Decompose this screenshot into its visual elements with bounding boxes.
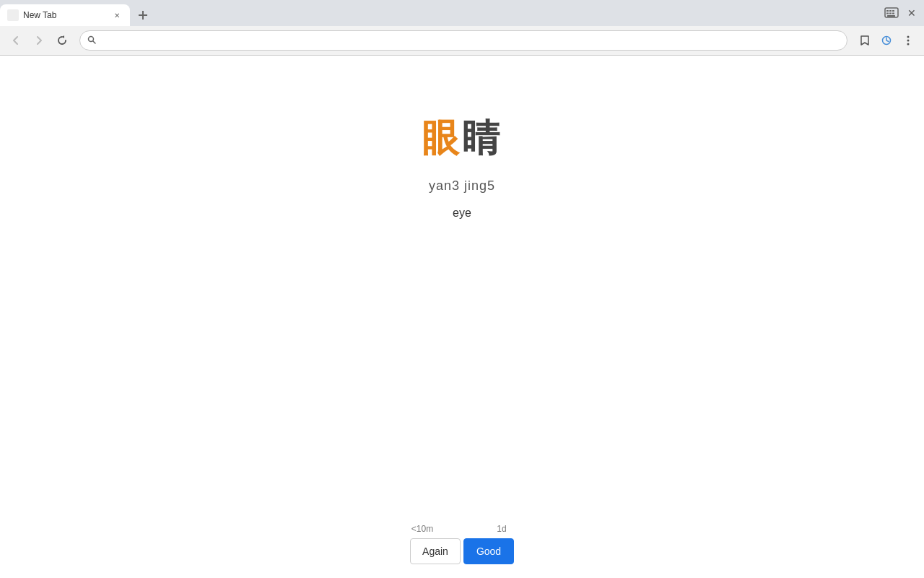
answer-buttons: Again Good xyxy=(410,538,514,564)
svg-rect-2 xyxy=(139,14,147,16)
bottom-controls: <10m 1d Again Good xyxy=(397,524,527,564)
svg-rect-5 xyxy=(889,10,892,12)
bookmark-button[interactable] xyxy=(855,30,875,51)
svg-rect-4 xyxy=(886,10,889,12)
browser-chrome: New Tab ✕ xyxy=(0,0,924,56)
svg-rect-0 xyxy=(7,9,19,21)
window-controls: ✕ xyxy=(882,0,924,26)
tab-close-button[interactable]: ✕ xyxy=(111,9,123,21)
address-search-icon xyxy=(87,35,96,46)
more-menu-button[interactable] xyxy=(898,30,918,51)
timing-again: <10m xyxy=(397,524,448,534)
timing-good: 1d xyxy=(476,524,527,534)
svg-point-14 xyxy=(907,36,910,38)
navigation-bar xyxy=(0,26,924,55)
svg-point-15 xyxy=(907,40,910,42)
again-button[interactable]: Again xyxy=(410,538,461,564)
active-tab[interactable]: New Tab ✕ xyxy=(0,4,130,26)
tab-title: New Tab xyxy=(23,10,107,20)
pinyin-text: yan3 jing5 xyxy=(429,178,495,194)
chinese-word-display: 眼 睛 xyxy=(422,113,502,164)
svg-rect-7 xyxy=(886,13,889,14)
char-yan: 眼 xyxy=(422,113,462,164)
tab-favicon xyxy=(7,9,19,21)
window-close-button[interactable]: ✕ xyxy=(902,4,921,22)
back-button[interactable] xyxy=(6,30,26,51)
svg-point-16 xyxy=(907,43,910,46)
keyboard-icon[interactable] xyxy=(882,4,901,22)
svg-rect-10 xyxy=(887,15,895,17)
reload-button[interactable] xyxy=(52,30,72,51)
new-tab-button[interactable] xyxy=(133,5,153,25)
toolbar-actions xyxy=(855,30,918,51)
svg-line-12 xyxy=(93,41,95,43)
address-input[interactable] xyxy=(100,35,840,46)
page-content: 眼 睛 yan3 jing5 eye <10m 1d Again Good xyxy=(0,56,924,578)
english-translation: eye xyxy=(453,207,471,220)
tab-bar: New Tab ✕ xyxy=(0,0,924,26)
svg-point-11 xyxy=(89,36,94,41)
char-jing: 睛 xyxy=(462,113,502,164)
forward-button[interactable] xyxy=(29,30,49,51)
svg-rect-9 xyxy=(892,13,894,14)
timing-labels: <10m 1d xyxy=(397,524,527,534)
address-bar-container[interactable] xyxy=(79,30,847,51)
good-button[interactable]: Good xyxy=(463,538,514,564)
extension-button[interactable] xyxy=(876,30,897,51)
svg-rect-6 xyxy=(892,10,894,12)
svg-rect-8 xyxy=(889,13,892,14)
